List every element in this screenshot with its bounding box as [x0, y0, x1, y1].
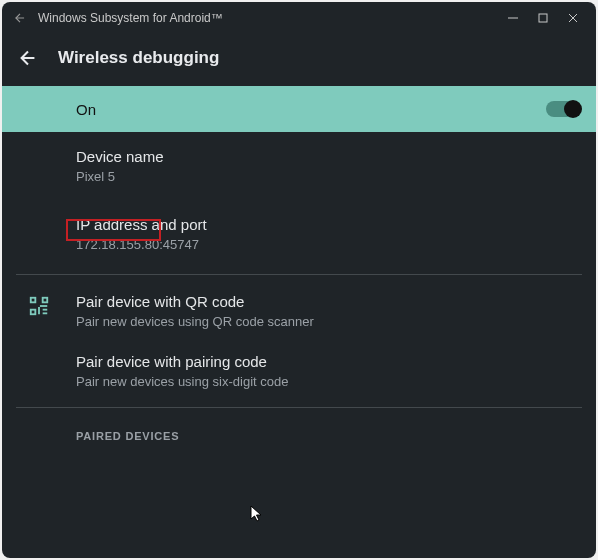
- qr-scan-icon: [22, 293, 56, 317]
- pair-qr-sub: Pair new devices using QR code scanner: [76, 314, 580, 329]
- titlebar-back-icon[interactable]: [10, 8, 30, 28]
- svg-rect-1: [539, 14, 547, 22]
- back-arrow-icon[interactable]: [16, 46, 40, 70]
- pair-qr-text: Pair device with QR code Pair new device…: [76, 293, 580, 329]
- mouse-cursor-icon: [250, 505, 264, 527]
- maximize-button[interactable]: [528, 4, 558, 32]
- empty-icon-slot: [22, 353, 56, 355]
- window-titlebar: Windows Subsystem for Android™: [2, 2, 596, 34]
- device-name-value: Pixel 5: [76, 169, 580, 184]
- page-title: Wireless debugging: [58, 48, 219, 68]
- svg-rect-4: [31, 298, 36, 303]
- divider: [16, 407, 582, 408]
- window-title: Windows Subsystem for Android™: [38, 11, 498, 25]
- device-name-section[interactable]: Device name Pixel 5: [2, 132, 596, 200]
- switch-knob-icon: [564, 100, 582, 118]
- pair-qr-row[interactable]: Pair device with QR code Pair new device…: [2, 281, 596, 341]
- window-controls: [498, 4, 588, 32]
- debugging-toggle-row[interactable]: On: [2, 86, 596, 132]
- close-button[interactable]: [558, 4, 588, 32]
- toggle-label: On: [76, 101, 546, 118]
- content-area: Wireless debugging On Device name Pixel …: [2, 34, 596, 458]
- minimize-button[interactable]: [498, 4, 528, 32]
- ip-port-title: IP address and port: [76, 216, 580, 233]
- pair-code-text: Pair device with pairing code Pair new d…: [76, 353, 580, 389]
- page-header: Wireless debugging: [2, 34, 596, 86]
- pair-qr-title: Pair device with QR code: [76, 293, 580, 310]
- svg-rect-6: [31, 310, 36, 315]
- pair-code-sub: Pair new devices using six-digit code: [76, 374, 580, 389]
- toggle-switch[interactable]: [546, 101, 580, 117]
- device-name-title: Device name: [76, 148, 580, 165]
- svg-rect-5: [43, 298, 48, 303]
- app-window: Windows Subsystem for Android™ Wireless …: [2, 2, 596, 558]
- ip-port-value: 172.18.155.80:45747: [76, 237, 580, 252]
- pair-code-row[interactable]: Pair device with pairing code Pair new d…: [2, 341, 596, 401]
- ip-port-section[interactable]: IP address and port 172.18.155.80:45747: [2, 200, 596, 268]
- pair-code-title: Pair device with pairing code: [76, 353, 580, 370]
- paired-devices-section: PAIRED DEVICES: [2, 414, 596, 458]
- paired-devices-label: PAIRED DEVICES: [76, 430, 580, 442]
- divider: [16, 274, 582, 275]
